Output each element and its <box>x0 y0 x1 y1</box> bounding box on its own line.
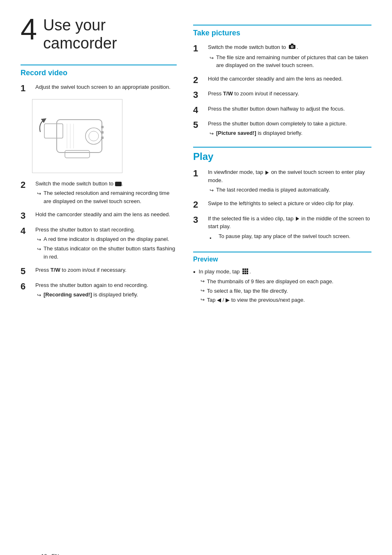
svg-point-3 <box>89 131 99 141</box>
camera-mode-icon <box>288 43 296 52</box>
arrow-icon: ↪ <box>37 236 41 243</box>
take-pictures-section: Take pictures 1 Switch the mode switch b… <box>193 25 371 139</box>
arrow-icon: ↪ <box>37 291 41 299</box>
svg-rect-16 <box>244 268 246 270</box>
arrow-icon: ↪ <box>201 288 205 294</box>
play-step-3: 3 If the selected file is a video clip, … <box>193 215 371 244</box>
play-heading: Play <box>193 147 371 162</box>
take-pictures-steps: 1 Switch the mode switch button to <box>193 43 371 139</box>
svg-point-14 <box>291 46 293 48</box>
svg-rect-0 <box>57 120 102 153</box>
play-icon <box>265 171 269 175</box>
play-steps: 1 In viewfinder mode, tap on the swivel … <box>193 168 371 243</box>
record-step-2: 2 Switch the mode switch button to . ↪ T… <box>21 180 177 207</box>
arrow-icon: ↪ <box>210 54 214 62</box>
preview-bullet-main: • In play mode, tap <box>193 268 371 305</box>
svg-rect-23 <box>247 273 248 274</box>
arrow-icon: ↪ <box>37 190 41 197</box>
record-step-5: 5 Press T/W to zoom in/out if necessary. <box>21 266 177 277</box>
preview-sub3: ↪ Tap ◀ / ▶ to view the previous/next pa… <box>201 296 334 304</box>
video-mode-icon <box>115 182 122 186</box>
record-step-4-sub2: ↪ The status indicator on the shutter bu… <box>37 245 177 261</box>
svg-rect-20 <box>247 271 248 272</box>
preview-bullets: • In play mode, tap <box>193 268 371 305</box>
take-step-3: 3 Press T/W to zoom in/out if necessary. <box>193 90 371 100</box>
arrow-icon: ↪ <box>210 187 214 194</box>
preview-heading: Preview <box>193 252 371 263</box>
svg-rect-17 <box>247 268 248 270</box>
preview-sub2: ↪ To select a file, tap the file directl… <box>201 287 334 295</box>
record-step-6: 6 Press the shutter button again to end … <box>21 281 177 301</box>
svg-rect-6 <box>101 131 104 134</box>
record-step-1: 1 Adjust the swivel touch screen to an a… <box>21 83 177 94</box>
chapter-number: 4 <box>21 14 37 44</box>
record-video-heading: Record video <box>21 65 177 77</box>
page-number: 10 <box>41 553 47 555</box>
take-step-1-sub1: ↪ The file size and remaining number of … <box>210 53 371 69</box>
take-pictures-heading: Take pictures <box>193 25 371 37</box>
grid-icon <box>242 268 249 276</box>
take-step-2: 2 Hold the camcorder steadily and aim th… <box>193 75 371 86</box>
record-video-steps: 1 Adjust the swivel touch screen to an a… <box>21 83 177 94</box>
page-footer: 10 EN <box>41 553 59 555</box>
arrow-icon: ↪ <box>37 245 41 253</box>
record-step-3: 3 Hold the camcorder steadily and aim th… <box>21 210 177 221</box>
language-code: EN <box>51 553 59 555</box>
camcorder-image <box>32 99 122 173</box>
chapter-title: Use your camcorder <box>43 16 117 52</box>
camcorder-svg <box>36 103 118 169</box>
record-step-4-sub1: ↪ A red time indicator is displayed on t… <box>37 235 177 243</box>
record-video-section: Record video 1 Adjust the swivel touch s… <box>21 65 177 300</box>
take-step-4: 4 Press the shutter button down halfway … <box>193 105 371 116</box>
take-step-5-sub1: ↪ [Picture saved!] is displayed briefly. <box>210 129 371 137</box>
record-step-6-sub1: ↪ [Recording saved!] is displayed briefl… <box>37 291 177 299</box>
play-step-2: 2 Swipe to the left/rights to select a p… <box>193 199 371 210</box>
play-step-3-sub1: • To pause play, tap any place of the sw… <box>210 232 371 243</box>
play-icon-2 <box>296 217 299 221</box>
record-video-steps-continued: 2 Switch the mode switch button to . ↪ T… <box>21 180 177 300</box>
take-step-1: 1 Switch the mode switch button to <box>193 43 371 71</box>
record-step-4: 4 Press the shutter button to start reco… <box>21 226 177 262</box>
svg-rect-22 <box>244 273 246 274</box>
svg-rect-18 <box>242 271 244 272</box>
svg-rect-7 <box>101 136 104 139</box>
svg-rect-12 <box>291 44 293 45</box>
play-step-1: 1 In viewfinder mode, tap on the swivel … <box>193 168 371 195</box>
play-step-1-sub1: ↪ The last recorded media is played auto… <box>210 186 371 194</box>
preview-section: Preview • In play mode, tap <box>193 252 371 305</box>
svg-rect-5 <box>101 126 104 128</box>
record-step-2-sub1: ↪ The selected resolution and remaining … <box>37 189 177 205</box>
arrow-icon: ↪ <box>201 278 205 284</box>
svg-rect-15 <box>242 268 244 270</box>
svg-rect-19 <box>244 271 246 272</box>
preview-sub1: ↪ The thumbnails of 9 files are displaye… <box>201 278 334 286</box>
arrow-icon: ↪ <box>201 297 205 303</box>
arrow-icon: ↪ <box>210 130 214 137</box>
svg-rect-4 <box>65 150 90 158</box>
take-step-5: 5 Press the shutter button down complete… <box>193 120 371 139</box>
svg-rect-1 <box>44 124 63 138</box>
svg-point-2 <box>85 128 102 144</box>
chapter-heading: 4 Use your camcorder <box>21 16 177 52</box>
bullet-dot: • <box>193 269 196 275</box>
svg-rect-21 <box>242 273 244 274</box>
play-section: Play 1 In viewfinder mode, tap on the sw… <box>193 147 371 243</box>
